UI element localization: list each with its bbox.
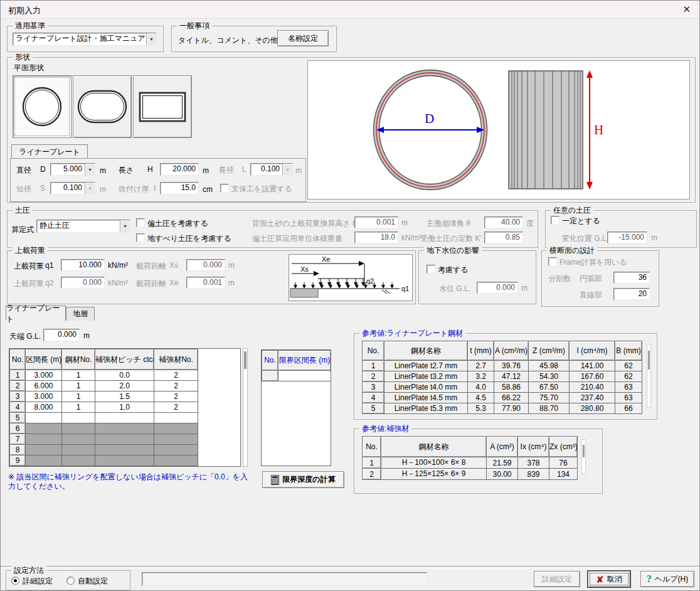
xe-symbol: Xe bbox=[169, 279, 179, 287]
diameter-value: 5.000 bbox=[51, 164, 85, 175]
groundwater-consider-label: 考慮する bbox=[438, 265, 469, 275]
q2-label: 上載荷重 bbox=[14, 279, 44, 289]
length-field[interactable]: 20.000 bbox=[160, 163, 199, 176]
method-group: 設定方法 詳細設定 自動設定 bbox=[6, 570, 130, 590]
groundwater-checkbox[interactable] bbox=[427, 265, 435, 274]
note-text: ※ 該当区間に補強リングを配置しない場合は補強ピッチに「0.0」を入力してくださ… bbox=[8, 472, 254, 491]
q1-symbol: q1 bbox=[45, 261, 53, 270]
cancel-button[interactable]: ✘ 取消 bbox=[588, 571, 630, 587]
surcharge-title: 上載荷重 bbox=[13, 246, 48, 255]
tab-liner-plate-shape[interactable]: ライナープレート bbox=[11, 144, 88, 159]
constant-checkbox[interactable] bbox=[551, 216, 559, 225]
svg-text:Xe: Xe bbox=[322, 255, 330, 263]
shape-preview-panel: D H bbox=[307, 60, 690, 200]
earth-pressure-group: 土圧 算定式 静止土圧 ▼ 偏土圧を考慮する 地すべり土圧を考慮する 背面土砂の… bbox=[7, 210, 538, 248]
limit-table[interactable]: No. 限界区間長 (m) bbox=[262, 350, 331, 381]
ref-stiffener-group: 参考値:補強材 No.鋼材名称 A (cm²)Ix (cm⁴) Zx (cm³)… bbox=[354, 429, 603, 494]
detail-setting-button: 詳細設定 bbox=[534, 571, 580, 587]
shape-rect-button[interactable] bbox=[133, 75, 192, 138]
standard-combobox[interactable]: ライナープレート設計・施工マニュアル ▼ bbox=[13, 33, 157, 46]
close-icon[interactable]: ✕ bbox=[682, 4, 691, 15]
section-table-box: No. 区間長 (m) 鋼材No. 補強材ピッチ ctc(m) 補強材No. 1… bbox=[9, 348, 241, 467]
line-part-label: 直線部 bbox=[580, 290, 602, 301]
tab-liner-plate[interactable]: ライナープレート bbox=[6, 306, 66, 321]
radio-detail[interactable] bbox=[11, 577, 19, 585]
eccentric-pressure-checkbox[interactable] bbox=[136, 218, 145, 227]
major-axis-combobox: 0.100 ▼ bbox=[250, 163, 293, 176]
chevron-down-icon[interactable]: ▼ bbox=[85, 164, 95, 175]
section-table[interactable]: No. 区間長 (m) 鋼材No. 補強材ピッチ ctc(m) 補強材No. 1… bbox=[9, 349, 198, 466]
ref-stiffener-table[interactable]: No.鋼材名称 A (cm²)Ix (cm⁴) Zx (cm³) 1H－100×… bbox=[362, 436, 578, 480]
groundwater-title: 地下水位の影響 bbox=[424, 246, 482, 255]
shape-circle-button[interactable] bbox=[13, 75, 72, 138]
active-angle-label: 主働崩壊角 θ bbox=[427, 218, 470, 229]
active-angle-field: 40.00 bbox=[484, 216, 523, 228]
hk-label: 背面土砂の上載荷重換算高さ Hk bbox=[252, 218, 362, 229]
help-button[interactable]: ? ヘルプ(H) bbox=[640, 571, 694, 587]
division-label: 分割数 bbox=[548, 274, 571, 284]
landslide-pressure-checkbox[interactable] bbox=[136, 233, 145, 242]
hk-unit: m bbox=[401, 218, 408, 227]
arc-division-field[interactable]: 36 bbox=[613, 272, 650, 284]
formula-combobox[interactable]: 静止土圧 ▼ bbox=[36, 220, 130, 233]
cancel-x-icon: ✘ bbox=[596, 575, 604, 584]
svg-text:Xs: Xs bbox=[300, 265, 309, 273]
ref-stiffener-scrollbar[interactable] bbox=[581, 439, 586, 474]
limit-depth-button[interactable]: 限界深度の計算 bbox=[262, 471, 344, 488]
circle-shape-icon bbox=[18, 82, 66, 131]
change-position-field: -15.000 bbox=[607, 232, 647, 243]
earth-pressure-title: 土圧 bbox=[13, 206, 33, 215]
ref-stiffener-title: 参考値:補強材 bbox=[359, 424, 411, 433]
radio-auto[interactable] bbox=[66, 577, 75, 585]
q1-field[interactable]: 10.000 bbox=[61, 259, 105, 271]
title-bar: 初期入力 ✕ bbox=[1, 1, 699, 19]
crown-gl-field[interactable]: 0.000 bbox=[43, 329, 80, 341]
change-position-unit: m bbox=[651, 233, 657, 242]
formula-value: 静止土圧 bbox=[37, 220, 120, 232]
arbitrary-pressure-title: 任意の土圧 bbox=[551, 206, 593, 215]
ref-liner-title: 参考値:ライナープレート鋼材 bbox=[359, 329, 465, 338]
minor-axis-value: 0.100 bbox=[51, 183, 85, 194]
diameter-combobox[interactable]: 5.000 ▼ bbox=[50, 163, 95, 176]
ref-liner-table[interactable]: No.鋼材名称 t (mm)A (cm²/m) Z (cm³/m)I (cm⁴/… bbox=[362, 341, 642, 414]
svg-text:H: H bbox=[594, 122, 603, 137]
water-level-unit: m bbox=[521, 284, 528, 292]
chevron-down-icon: ▼ bbox=[282, 164, 292, 175]
general-group: 一般事項 タイトル、コメント、その他: 名称設定 bbox=[171, 26, 337, 52]
minor-axis-label: 短径 bbox=[16, 184, 31, 194]
q2-unit: kN/m² bbox=[108, 279, 128, 287]
shotcrete-field[interactable]: 15.0 bbox=[160, 182, 199, 194]
diameter-symbol: D bbox=[40, 165, 46, 174]
section-table-scrollbar[interactable] bbox=[243, 348, 248, 467]
general-group-title: 一般事項 bbox=[177, 21, 212, 30]
shape-oval-button[interactable] bbox=[73, 75, 132, 138]
help-question-icon: ? bbox=[647, 574, 652, 584]
rect-shape-icon bbox=[135, 82, 189, 131]
length-label: 長さ bbox=[119, 165, 134, 176]
method-title: 設定方法 bbox=[11, 566, 46, 575]
name-setting-button[interactable]: 名称設定 bbox=[277, 30, 329, 46]
groundwater-group: 地下水位の影響 考慮する 水位 G.L. 0.000 m bbox=[418, 250, 536, 304]
active-angle-unit: 度 bbox=[526, 218, 534, 229]
calculator-icon bbox=[271, 475, 279, 485]
chevron-down-icon[interactable]: ▼ bbox=[120, 220, 130, 232]
chevron-down-icon[interactable]: ▼ bbox=[146, 33, 156, 45]
unit-weight-label: 偏土圧算定用単位体積重量 bbox=[252, 233, 342, 244]
constant-label: 一定とする bbox=[562, 216, 600, 226]
q1-label: 上載荷重 bbox=[14, 261, 44, 272]
minor-axis-combobox: 0.100 ▼ bbox=[50, 182, 95, 194]
limit-table-box: No. 限界区間長 (m) bbox=[261, 349, 331, 466]
surcharge-diagram-panel: Xe Xs q2 q1 bbox=[289, 254, 413, 301]
ref-liner-scrollbar[interactable] bbox=[647, 344, 651, 408]
surcharge-group: 上載荷重 上載荷重 q1 10.000 kN/m² 上載荷重 q2 0.000 … bbox=[7, 250, 416, 304]
crown-gl-label: 天端 G.L. bbox=[9, 331, 41, 342]
shoring-checkbox bbox=[220, 184, 229, 193]
tab-strata[interactable]: 地層 bbox=[66, 307, 95, 321]
shape-preview-drawing: D H bbox=[308, 61, 689, 199]
passive-k-field: 0.85 bbox=[484, 232, 523, 243]
major-axis-value: 0.100 bbox=[251, 164, 282, 175]
ref-liner-group: 参考値:ライナープレート鋼材 No.鋼材名称 t (mm)A (cm²/m) Z… bbox=[354, 333, 657, 420]
line-division-field[interactable]: 20 bbox=[613, 288, 650, 300]
q2-field: 0.000 bbox=[61, 277, 105, 289]
svg-text:q1: q1 bbox=[401, 285, 409, 292]
